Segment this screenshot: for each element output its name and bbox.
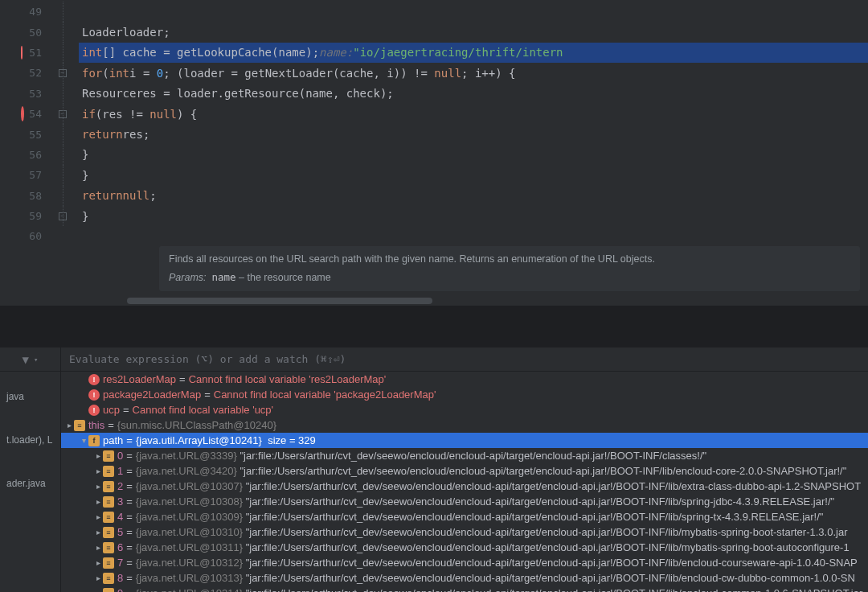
code-line-57[interactable]: } xyxy=(79,165,868,185)
variable-type-icon: ≡ xyxy=(103,557,114,569)
expand-arrow-icon[interactable]: ▸ xyxy=(93,528,103,536)
variable-type-icon: ≡ xyxy=(74,420,85,431)
variable-row[interactable]: !ucp=Cannot find local variable 'ucp' xyxy=(61,402,868,417)
code-line-49[interactable] xyxy=(79,2,868,22)
variable-type-icon: f xyxy=(88,435,100,446)
variables-tree[interactable]: !res2LoaderMap=Cannot find local variabl… xyxy=(61,372,868,592)
code-editor[interactable]: 49 50 51 52 53 54 55 56 57 58 59 60 − − … xyxy=(0,0,868,306)
horizontal-scrollbar[interactable] xyxy=(127,298,432,304)
frame-item[interactable]: ader.java xyxy=(5,462,55,505)
breakpoint-disabled-icon[interactable] xyxy=(21,108,24,120)
gutter-51[interactable]: 51 xyxy=(0,43,47,63)
variable-type-icon: ! xyxy=(88,374,100,385)
javadoc-param-name: name xyxy=(212,271,236,283)
code-line-54[interactable]: if (res != null) { xyxy=(79,104,868,124)
variable-type-icon: ≡ xyxy=(103,450,114,462)
fold-end-icon[interactable]: − xyxy=(59,212,67,220)
line-gutter[interactable]: 49 50 51 52 53 54 55 56 57 58 59 60 xyxy=(0,0,47,306)
code-body[interactable]: Loader loader; int[] cache = getLookupCa… xyxy=(79,0,868,306)
fold-column[interactable]: − − − xyxy=(47,0,79,306)
variable-type-icon: ! xyxy=(88,389,100,401)
variable-row[interactable]: ▸≡1={java.net.URL@3420} "jar:file:/Users… xyxy=(61,463,868,479)
code-line-60[interactable] xyxy=(79,226,868,246)
gutter-60[interactable]: 60 xyxy=(0,226,47,246)
expand-arrow-icon[interactable]: ▾ xyxy=(79,436,88,445)
variable-row[interactable]: ▸≡3={java.net.URL@10308} "jar:file:/User… xyxy=(61,494,868,509)
variable-row[interactable]: ▸≡7={java.net.URL@10312} "jar:file:/User… xyxy=(61,555,868,570)
variable-row[interactable]: ▸≡this={sun.misc.URLClassPath@10240} xyxy=(61,417,868,433)
frame-item[interactable]: t.loader), L xyxy=(5,418,55,462)
frames-panel: ▼ ▾ java t.loader), L ader.java xyxy=(0,347,61,592)
variable-type-icon: ! xyxy=(88,405,100,416)
debugger-panel: ▼ ▾ java t.loader), L ader.java Evaluate… xyxy=(0,347,868,592)
gutter-53[interactable]: 53 xyxy=(0,84,47,104)
code-line-56[interactable]: } xyxy=(79,145,868,165)
variable-type-icon: ≡ xyxy=(103,512,114,523)
code-line-51[interactable]: int[] cache = getLookupCache(name); name… xyxy=(79,43,868,63)
variable-row[interactable]: !res2LoaderMap=Cannot find local variabl… xyxy=(61,372,868,387)
variable-row[interactable]: ▾fpath={java.util.ArrayList@10241} size … xyxy=(61,433,868,448)
gutter-57[interactable]: 57 xyxy=(0,165,47,185)
variable-row[interactable]: ▸≡6={java.net.URL@10311} "jar:file:/User… xyxy=(61,540,868,555)
gutter-58[interactable]: 58 xyxy=(0,186,47,206)
fold-collapse-icon[interactable]: − xyxy=(59,69,67,77)
variable-type-icon: ≡ xyxy=(103,527,114,538)
variable-type-icon: ≡ xyxy=(103,496,114,508)
variable-type-icon: ≡ xyxy=(103,466,114,477)
code-line-53[interactable]: Resource res = loader.getResource(name, … xyxy=(79,84,868,104)
gutter-50[interactable]: 50 xyxy=(0,22,47,42)
expand-arrow-icon[interactable]: ▸ xyxy=(93,589,103,592)
variable-type-icon: ≡ xyxy=(103,481,114,492)
variable-row[interactable]: ▸≡5={java.net.URL@10310} "jar:file:/User… xyxy=(61,524,868,540)
javadoc-summary: Finds all resources on the URL search pa… xyxy=(169,253,850,267)
variable-row[interactable]: ▸≡0={java.net.URL@3339} "jar:file:/Users… xyxy=(61,448,868,463)
expand-arrow-icon[interactable]: ▸ xyxy=(93,497,103,506)
expand-arrow-icon[interactable]: ▸ xyxy=(64,421,74,430)
filter-icon[interactable]: ▼ xyxy=(23,353,29,366)
expand-arrow-icon[interactable]: ▸ xyxy=(93,482,103,491)
code-line-55[interactable]: return res; xyxy=(79,124,868,144)
gutter-59[interactable]: 59 xyxy=(0,206,47,226)
javadoc-popup: Finds all resources on the URL search pa… xyxy=(159,246,860,291)
variable-row[interactable]: ▸≡2={java.net.URL@10307} "jar:file:/User… xyxy=(61,479,868,494)
gutter-52[interactable]: 52 xyxy=(0,63,47,83)
variable-row[interactable]: !package2LoaderMap=Cannot find local var… xyxy=(61,387,868,402)
gutter-49[interactable]: 49 xyxy=(0,2,47,22)
expand-arrow-icon[interactable]: ▸ xyxy=(93,467,103,475)
expand-arrow-icon[interactable]: ▸ xyxy=(93,512,103,521)
expand-arrow-icon[interactable]: ▸ xyxy=(93,543,103,552)
evaluate-expression-input[interactable]: Evaluate expression (⌥) or add a watch (… xyxy=(61,347,868,372)
javadoc-params-label: Params: xyxy=(169,272,207,283)
code-line-59[interactable]: } xyxy=(79,206,868,226)
code-line-50[interactable]: Loader loader; xyxy=(79,22,868,42)
expand-arrow-icon[interactable]: ▸ xyxy=(93,574,103,582)
code-line-52[interactable]: for (int i = 0; (loader = getNextLoader(… xyxy=(79,63,868,83)
variable-row[interactable]: ▸≡9={java.net.URL@10314} "jar:file:/User… xyxy=(61,586,868,592)
gutter-56[interactable]: 56 xyxy=(0,145,47,165)
gutter-55[interactable]: 55 xyxy=(0,124,47,144)
panel-divider[interactable] xyxy=(0,306,868,347)
expand-arrow-icon[interactable]: ▸ xyxy=(93,451,103,460)
javadoc-param-desc: – the resource name xyxy=(236,272,331,283)
variables-panel: Evaluate expression (⌥) or add a watch (… xyxy=(61,347,868,592)
variable-type-icon: ≡ xyxy=(103,573,114,584)
variable-type-icon: ≡ xyxy=(103,542,114,553)
dropdown-icon[interactable]: ▾ xyxy=(34,356,38,364)
fold-collapse-icon[interactable]: − xyxy=(59,110,67,118)
variable-row[interactable]: ▸≡4={java.net.URL@10309} "jar:file:/User… xyxy=(61,509,868,524)
expand-arrow-icon[interactable]: ▸ xyxy=(93,558,103,567)
variable-type-icon: ≡ xyxy=(103,588,114,593)
gutter-54[interactable]: 54 xyxy=(0,104,47,124)
frames-toolbar: ▼ ▾ xyxy=(0,347,60,372)
breakpoint-icon[interactable] xyxy=(21,47,23,59)
frame-item[interactable]: java xyxy=(5,375,55,418)
code-line-58[interactable]: return null; xyxy=(79,186,868,206)
variable-row[interactable]: ▸≡8={java.net.URL@10313} "jar:file:/User… xyxy=(61,570,868,586)
